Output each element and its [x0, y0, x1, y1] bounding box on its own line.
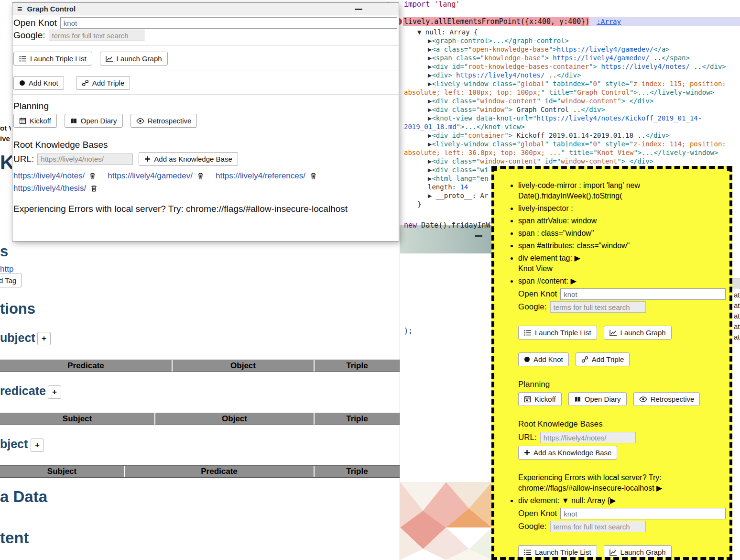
- trash-icon[interactable]: [89, 172, 96, 180]
- window-title-fragment: ot V: [0, 124, 11, 132]
- inspector-tree-line[interactable]: ▶<graph-control>...</graph-control>: [403, 36, 740, 45]
- overlay-item-div-tag: div element tag: ▶ Knot View: [518, 253, 726, 274]
- eye-icon: [639, 396, 647, 402]
- inspector-tree-line[interactable]: ▶<div class="window"> Graph Control ..</…: [403, 105, 740, 114]
- selection-handle[interactable]: [727, 166, 732, 171]
- trash-icon[interactable]: [310, 172, 317, 180]
- retrospective-button[interactable]: Retrospective: [131, 114, 197, 128]
- window-menu-icon[interactable]: ≡: [17, 5, 22, 13]
- open-knot-input[interactable]: [560, 288, 726, 300]
- launch-triple-list-button[interactable]: Launch Triple List: [518, 545, 597, 559]
- kb-link[interactable]: https://lively4/references/: [216, 170, 305, 181]
- expand-arrow-icon[interactable]: ▶: [656, 484, 662, 492]
- code-line-2[interactable]: 2: [370, 9, 740, 17]
- inspector-tree-line[interactable]: ▼ null: Array {: [403, 28, 740, 36]
- add-tag-button[interactable]: d Tag: [0, 274, 22, 287]
- list-icon: [19, 55, 27, 62]
- error-highlighted-code[interactable]: lively.allElementsFromPoint({x:400, y:40…: [403, 17, 589, 26]
- inspector-tree-line[interactable]: ▶<div> https://lively4/notes/ ..</div>: [403, 71, 740, 79]
- expand-arrow-icon[interactable]: ▶: [610, 496, 616, 505]
- open-knot-label: Open Knot: [518, 508, 557, 519]
- trash-icon[interactable]: [197, 172, 204, 180]
- add-knot-button[interactable]: Add Knot: [13, 76, 64, 90]
- add-subject-button[interactable]: +: [37, 332, 51, 345]
- open-knot-input[interactable]: [60, 17, 397, 29]
- code-line-3[interactable]: ! 3 ✕ lively.allElementsFromPoint({x:400…: [370, 17, 740, 26]
- code-text: Date().fridayInW: [417, 221, 490, 230]
- inspector-tree-line[interactable]: ▶<lively-window class="global" tabindex=…: [403, 140, 740, 157]
- separator: [12, 45, 399, 46]
- open-diary-button[interactable]: Open Diary: [65, 114, 123, 128]
- chart-icon: [609, 549, 617, 556]
- window-titlebar[interactable]: ≡ Graph Control: [12, 3, 399, 15]
- add-triple-button[interactable]: Add Triple: [576, 352, 630, 366]
- overlay-item-div-element: div element: ▼ null: Array {▶ Open Knot …: [518, 495, 726, 560]
- overlay-item-inspector: lively-inspector :: [518, 203, 726, 214]
- add-knot-button[interactable]: Add Knot: [518, 352, 569, 366]
- add-knowledge-base-button[interactable]: Add as Knowledge Base: [139, 152, 238, 166]
- inspector-tree-line[interactable]: ▶<div class="window-content" id="window-…: [403, 157, 740, 165]
- expand-arrow-icon[interactable]: ▶: [570, 277, 576, 285]
- overlay-item-span-class: span : class="window": [518, 228, 726, 239]
- url-input[interactable]: [37, 154, 133, 165]
- open-knot-input[interactable]: [560, 508, 726, 519]
- clipped-text-fragment: at: [734, 322, 740, 330]
- object-heading-fragment: bject: [0, 437, 28, 451]
- kb-link[interactable]: https://lively4/notes/: [13, 170, 85, 181]
- selection-handle[interactable]: [491, 166, 497, 171]
- kickoff-button[interactable]: Kickoff: [518, 392, 562, 406]
- book-icon: [574, 396, 581, 403]
- launch-graph-button[interactable]: Launch Graph: [100, 52, 168, 66]
- kickoff-button[interactable]: Kickoff: [13, 114, 57, 128]
- url-label: URL:: [518, 432, 537, 443]
- launch-triple-list-button[interactable]: Launch Triple List: [518, 326, 597, 340]
- add-predicate-button[interactable]: +: [48, 385, 61, 399]
- trash-icon[interactable]: [90, 185, 98, 192]
- inspector-tree-line[interactable]: ▶<div id="container"> Kickoff 2019.01.14…: [403, 131, 740, 140]
- inspector-tree-line[interactable]: ▶<lively-window class="global" tabindex=…: [403, 79, 740, 97]
- knowledge-base-list: https://lively4/notes/ https://lively4/g…: [13, 170, 398, 194]
- link-icon: [82, 79, 89, 87]
- launch-graph-button[interactable]: Launch Graph: [604, 326, 672, 340]
- code-string: 'lang': [434, 0, 460, 9]
- retrospective-button[interactable]: Retrospective: [633, 392, 700, 406]
- kb-link[interactable]: https://lively4/gamedev/: [108, 170, 193, 181]
- inspector-tree-line[interactable]: ▶<a class="open-knowledge-base">https://…: [403, 45, 740, 54]
- open-diary-button[interactable]: Open Diary: [568, 392, 627, 406]
- inspector-tree-line[interactable]: ▶<span class="knowledge-base"> https://l…: [403, 54, 740, 62]
- kb-link[interactable]: https://lively4/thesis/: [13, 183, 86, 194]
- clipped-text-fragment: at: [734, 301, 740, 309]
- predicate-heading-fragment: redicate: [0, 384, 46, 398]
- url-input[interactable]: [540, 432, 636, 443]
- book-icon: [70, 118, 77, 124]
- link-fragment-http[interactable]: http: [0, 264, 13, 274]
- planning-label: Planning: [13, 101, 398, 111]
- desktop: ot V ive Kic s http d Tag tions ubject +…: [0, 0, 740, 560]
- google-search-input[interactable]: [550, 301, 646, 313]
- content-heading-fragment: tent: [0, 529, 29, 547]
- inspector-tree-line[interactable]: ▶<knot-view data-knot-url="https://livel…: [403, 114, 740, 131]
- inspector-overlay-panel[interactable]: lively-code-mirror : import 'lang' new D…: [491, 166, 732, 560]
- list-icon: [524, 329, 532, 336]
- plus-icon: [144, 156, 151, 162]
- google-search-input[interactable]: [49, 30, 144, 41]
- knowledge-base-item: https://lively4/notes/: [13, 170, 96, 181]
- add-triple-button[interactable]: Add Triple: [76, 76, 131, 90]
- launch-triple-list-button[interactable]: Launch Triple List: [13, 52, 92, 66]
- inspector-tree-line[interactable]: ▶<div id="root-knowledge-bases-container…: [403, 62, 740, 71]
- open-knot-label: Open Knot: [13, 18, 57, 28]
- minimize-icon[interactable]: [355, 9, 362, 10]
- google-search-input[interactable]: [550, 521, 646, 532]
- google-label: Google:: [518, 302, 547, 312]
- result-type-link[interactable]: :Array: [597, 18, 621, 25]
- inspector-tree-line[interactable]: ▶<div class="window-content" id="window-…: [403, 97, 740, 105]
- overlay-item-span-attributes: span #attributes: class="window": [518, 241, 726, 251]
- code-line-1[interactable]: 1 import 'lang': [370, 0, 740, 9]
- graph-control-embedded-content: Open Knot Google: Launch Triple List Lau…: [518, 288, 726, 494]
- launch-graph-button[interactable]: Launch Graph: [604, 545, 672, 559]
- minimize-icon[interactable]: [475, 235, 482, 237]
- table-column-header: Triple: [315, 466, 400, 477]
- add-knowledge-base-button[interactable]: Add as Knowledge Base: [518, 446, 617, 460]
- expand-arrow-icon[interactable]: ▶: [574, 254, 580, 262]
- add-object-button[interactable]: +: [31, 439, 44, 452]
